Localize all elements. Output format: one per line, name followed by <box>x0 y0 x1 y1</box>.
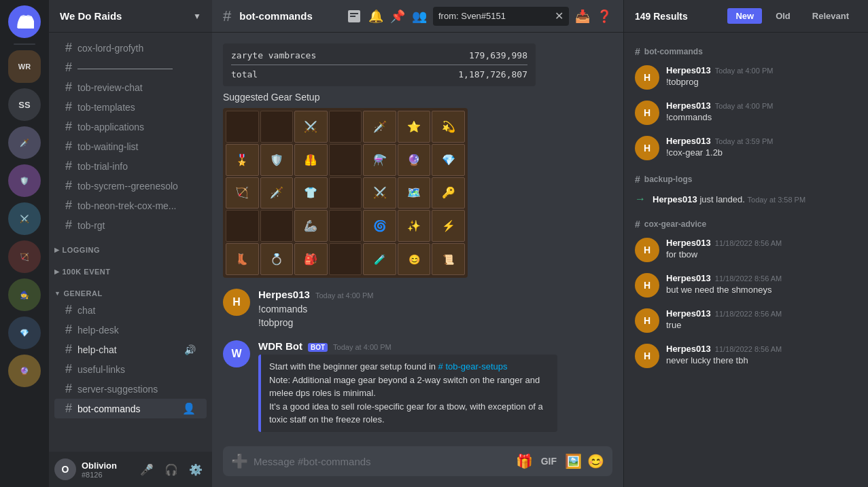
result-item[interactable]: H Herpes013 Today at 3:59 PM !cox-gear 1… <box>624 130 868 166</box>
table-row-zaryte: zaryte vambraces 179,639,998 <box>231 49 527 62</box>
result-username: Herpes013 <box>666 273 711 283</box>
notification-icon[interactable]: 🔔 <box>368 8 384 24</box>
server-icon-s7[interactable]: 💎 <box>8 317 41 349</box>
channel-name-label: useful-links <box>77 364 125 375</box>
channel-item-tob-sycrem[interactable]: # tob-sycrem--greenesolo <box>54 176 207 196</box>
gear-slot: 🧪 <box>363 243 396 275</box>
gear-slot: 🔮 <box>398 144 431 176</box>
pin-icon[interactable]: 📌 <box>389 8 406 24</box>
message-input[interactable] <box>254 456 510 467</box>
members-icon[interactable]: 👥 <box>411 8 428 24</box>
gif-icon[interactable]: GIF <box>538 454 559 468</box>
embed-link[interactable]: # tob-gear-setups <box>438 361 508 372</box>
category-general[interactable]: ▼ GENERAL <box>49 278 212 300</box>
server-name-label: We Do Raids <box>60 10 122 22</box>
category-logging[interactable]: ▶ LOGGING <box>49 235 212 257</box>
message-body: WDR Bot BOT Today at 4:00 PM Start with … <box>258 340 612 432</box>
channel-item-tob-trial-info[interactable]: # tob-trial-info <box>54 156 207 176</box>
help-icon[interactable]: ❓ <box>596 8 612 24</box>
message-username[interactable]: WDR Bot <box>258 340 302 352</box>
speaker-icon: 🔊 <box>184 344 196 355</box>
gear-slot <box>329 144 362 176</box>
result-item[interactable]: H Herpes013 Today at 4:00 PM !tobprog <box>624 60 868 95</box>
channel-item-tob-templates[interactable]: # tob-templates <box>54 97 207 117</box>
settings-icon[interactable]: ⚙️ <box>185 458 207 480</box>
threads-icon[interactable] <box>346 8 362 24</box>
gear-slot <box>329 210 362 242</box>
gear-slot: 🗡️ <box>260 177 294 209</box>
server-icon-s4[interactable]: ⚔️ <box>8 202 41 235</box>
channel-name-label: —————————— <box>77 62 173 73</box>
discord-home-button[interactable] <box>8 5 41 38</box>
gear-slot: 🏹 <box>226 177 259 209</box>
gift-icon[interactable]: 🎁 <box>516 453 533 469</box>
gear-slot: 🎒 <box>294 243 328 275</box>
hash-icon: # <box>65 139 72 154</box>
channel-item-tob-applications[interactable]: # tob-applications <box>54 117 207 137</box>
headphone-icon[interactable]: 🎧 <box>160 458 182 480</box>
channel-name-label: server-suggestions <box>77 384 158 395</box>
channel-item-help-desk[interactable]: # help-desk <box>54 320 207 340</box>
result-item[interactable]: H Herpes013 Today at 4:00 PM !commands <box>624 95 868 130</box>
search-close-icon[interactable]: ✕ <box>555 10 563 22</box>
channel-item-help-chat[interactable]: # help-chat 🔊 <box>54 340 207 359</box>
result-item[interactable]: H Herpes013 11/18/2022 8:56 AM never luc… <box>624 338 868 374</box>
main-content: # bot-commands 🔔 📌 👥 ✕ 📥 ❓ zaryte vambra… <box>212 0 623 487</box>
server-icon-ss[interactable]: SS <box>8 88 41 121</box>
message-avatar[interactable]: W <box>223 340 250 367</box>
category-arrow: ▼ <box>54 290 60 297</box>
message-username[interactable]: Herpes013 <box>258 289 310 300</box>
channel-item-useful-links[interactable]: # useful-links <box>54 359 207 379</box>
filter-new-button[interactable]: New <box>727 8 762 24</box>
message-body: Herpes013 Today at 4:00 PM !commands !to… <box>258 289 612 329</box>
filter-old-button[interactable]: Old <box>767 8 799 24</box>
footer-username: Oblivion <box>82 461 131 471</box>
channel-item-cox-lord-grofyth[interactable]: # cox-lord-grofyth <box>54 38 207 58</box>
result-content: Herpes013 11/18/2022 8:56 AM for tbow <box>666 238 857 259</box>
channel-item-tob-rgt[interactable]: # tob-rgt <box>54 215 207 235</box>
gear-slot: ⭐ <box>398 111 431 143</box>
search-bar[interactable]: ✕ <box>433 7 569 26</box>
channel-item-divider: # —————————— <box>54 58 207 77</box>
message-avatar[interactable]: H <box>223 289 250 316</box>
result-avatar: H <box>635 101 659 125</box>
channel-item-chat[interactable]: # chat <box>54 300 207 320</box>
hash-icon: # <box>65 198 72 213</box>
server-icon-s6[interactable]: 🧙 <box>8 278 41 311</box>
inbox-icon[interactable]: 📥 <box>574 8 591 24</box>
footer-actions: 🎤 🎧 ⚙️ <box>136 458 207 480</box>
result-content: Herpes013 Today at 3:59 PM !cox-gear 1.2… <box>666 136 857 158</box>
result-item[interactable]: H Herpes013 11/18/2022 8:56 AM true <box>624 303 868 338</box>
channel-item-tob-waiting-list[interactable]: # tob-waiting-list <box>54 137 207 156</box>
channel-name-label: tob-rgt <box>77 220 105 231</box>
channel-item-tob-review-chat[interactable]: # tob-review-chat <box>54 77 207 97</box>
category-100k-event[interactable]: ▶ 100K EVENT <box>49 257 212 278</box>
result-username: Herpes013 <box>666 65 711 75</box>
result-header: Herpes013 11/18/2022 8:56 AM <box>666 308 857 319</box>
server-icon-s2[interactable]: 🗡️ <box>8 126 41 159</box>
gear-slot <box>226 111 259 143</box>
result-text: but we need the shmoneys <box>666 285 857 295</box>
server-name-header[interactable]: We Do Raids ▼ <box>49 0 212 33</box>
result-section-bot-commands: # bot-commands <box>624 38 868 60</box>
channel-item-tob-neon[interactable]: # tob-neon-trek-cox-me... <box>54 196 207 215</box>
sticker-icon[interactable]: 🖼️ <box>565 453 582 469</box>
section-channel-name: cox-gear-advice <box>644 219 706 229</box>
server-icon-s5[interactable]: 🏹 <box>8 240 41 273</box>
filter-relevant-button[interactable]: Relevant <box>804 8 857 24</box>
result-item[interactable]: H Herpes013 11/18/2022 8:56 AM but we ne… <box>624 268 868 303</box>
result-item[interactable]: H Herpes013 11/18/2022 8:56 AM for tbow <box>624 232 868 268</box>
server-icon-s3[interactable]: 🛡️ <box>8 164 41 197</box>
channel-item-bot-commands[interactable]: # bot-commands 👤 <box>54 399 207 418</box>
person-add-icon[interactable]: 👤 <box>182 402 196 415</box>
add-attachment-icon[interactable]: ➕ <box>231 453 248 469</box>
result-arrow-item[interactable]: → Herpes013 just landed. Today at 3:58 P… <box>624 187 868 211</box>
server-icon-we-do-raids[interactable]: WR <box>8 50 41 83</box>
result-header: Herpes013 11/18/2022 8:56 AM <box>666 344 857 354</box>
user-footer: O Oblivion #8126 🎤 🎧 ⚙️ <box>49 452 212 487</box>
channel-item-server-suggestions[interactable]: # server-suggestions <box>54 379 207 399</box>
server-icon-s8[interactable]: 🔮 <box>8 355 41 387</box>
emoji-icon[interactable]: 😊 <box>587 453 604 469</box>
microphone-icon[interactable]: 🎤 <box>136 458 158 480</box>
search-input[interactable] <box>438 11 552 21</box>
